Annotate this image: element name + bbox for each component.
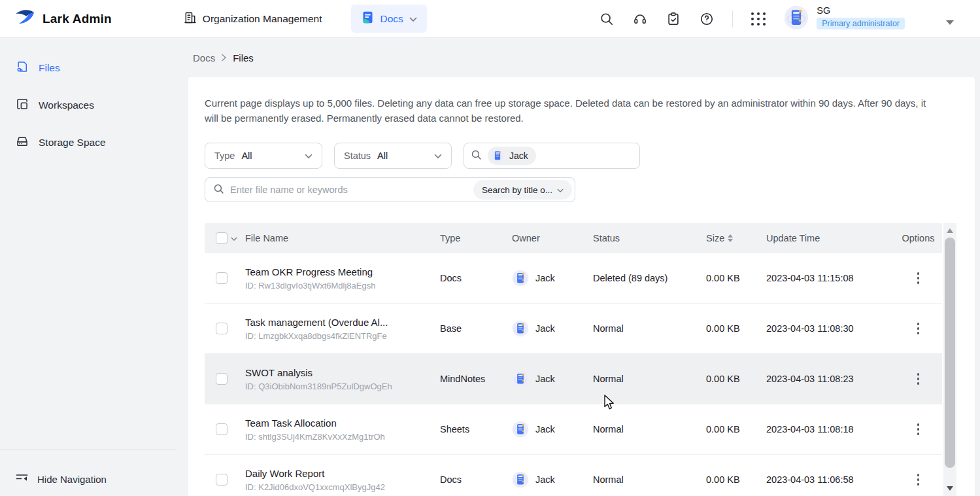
file-update-time: 2023-04-03 11:15:08 <box>766 273 898 283</box>
owner-cell: Jack <box>512 421 593 438</box>
avatar <box>512 471 529 488</box>
scrollbar-thumb[interactable] <box>945 238 955 468</box>
help-icon[interactable] <box>699 11 715 27</box>
avatar <box>490 149 505 163</box>
file-type: Base <box>440 323 512 334</box>
file-id: ID: Q3iObibNom3189nP5ZulDgwOgEh <box>245 381 431 391</box>
file-name[interactable]: Task management (Overdue Al... <box>245 317 431 328</box>
table-row: SWOT analysis ID: Q3iObibNom3189nP5ZulDg… <box>205 354 942 404</box>
nav-org-label: Organization Management <box>203 13 322 25</box>
avatar <box>512 370 529 387</box>
collapse-sidebar-icon <box>16 473 28 486</box>
owner-cell: Jack <box>512 471 593 488</box>
file-update-time: 2023-04-03 11:08:18 <box>766 424 898 434</box>
user-name: SG <box>817 5 905 16</box>
user-menu[interactable]: SG Primary administrator <box>784 5 905 33</box>
owner-cell: Jack <box>512 270 593 287</box>
col-size-sort[interactable]: Size <box>706 233 766 243</box>
status-filter-select[interactable]: Status All <box>334 143 452 169</box>
chevron-right-icon <box>221 52 227 63</box>
search-icon <box>213 183 224 197</box>
building-icon <box>184 11 197 27</box>
storage-notice-text: Current page displays up to 5,000 files.… <box>188 77 955 126</box>
workspaces-icon <box>16 97 29 113</box>
row-options-button[interactable] <box>913 319 924 338</box>
table-row: Team Task Allocation ID: shtlg3SUj4KmZ8K… <box>205 404 942 455</box>
row-checkbox[interactable] <box>216 272 228 284</box>
owner-name: Jack <box>535 424 555 434</box>
col-options: Options <box>898 233 942 243</box>
type-filter-label: Type <box>214 151 235 161</box>
file-status: Normal <box>593 424 706 434</box>
main-content-card: Current page displays up to 5,000 files.… <box>188 77 975 496</box>
row-checkbox[interactable] <box>216 474 228 486</box>
owner-cell: Jack <box>512 320 593 337</box>
file-update-time: 2023-04-03 11:08:30 <box>766 323 898 334</box>
sidebar-item-storage-space[interactable]: Storage Space <box>16 130 185 156</box>
table-scrollbar[interactable] <box>943 223 956 496</box>
file-name[interactable]: Daily Work Report <box>245 468 431 479</box>
chevron-down-icon <box>557 185 564 195</box>
breadcrumb-docs[interactable]: Docs <box>193 52 215 63</box>
file-status: Normal <box>593 474 706 485</box>
row-checkbox[interactable] <box>216 423 228 435</box>
file-size: 0.00 KB <box>706 374 766 384</box>
owner-filter-tag[interactable]: Jack <box>488 147 536 165</box>
file-search-bar: Search by title o... <box>205 177 575 202</box>
sidebar-item-label: Files <box>39 62 60 74</box>
scroll-up-arrow-icon[interactable] <box>947 228 953 233</box>
file-search-input[interactable] <box>230 185 467 195</box>
status-filter-label: Status <box>344 151 371 161</box>
apps-grid-icon[interactable] <box>751 11 766 27</box>
feedback-clipboard-icon[interactable] <box>666 11 681 27</box>
storage-drive-icon <box>16 135 29 151</box>
sidebar-item-workspaces[interactable]: Workspaces <box>16 92 185 118</box>
user-menu-caret-icon[interactable] <box>946 20 954 25</box>
nav-docs-switcher[interactable]: Docs <box>351 5 427 33</box>
table-header-row: File Name Type Owner Status Size Update … <box>205 223 942 253</box>
hide-navigation-button[interactable]: Hide Navigation <box>16 473 107 486</box>
file-id: ID: K2Jid06dxoVQ1xxcmqXlBygJg42 <box>245 482 431 492</box>
table-row: Task management (Overdue Al... ID: Lmzgb… <box>205 304 942 354</box>
file-id: ID: Rw13dlgvIo3tjWxt6Mdlj8aEgsh <box>245 281 431 291</box>
file-id: ID: LmzgbkXxqa8dbgs4fkZlENTRgFe <box>245 331 431 341</box>
sidebar-item-label: Storage Space <box>39 137 106 149</box>
avatar <box>512 320 529 337</box>
table-row: Team OKR Progress Meeting ID: Rw13dlgvIo… <box>205 253 942 304</box>
file-id: ID: shtlg3SUj4KmZ8KvXxXzMg1trOh <box>245 432 431 442</box>
support-headset-icon[interactable] <box>632 11 648 27</box>
file-status: Deleted (89 days) <box>593 273 706 283</box>
file-size: 0.00 KB <box>706 474 766 485</box>
select-all-checkbox[interactable] <box>216 232 228 244</box>
chevron-down-icon <box>409 13 417 25</box>
file-name[interactable]: SWOT analysis <box>245 367 431 378</box>
file-type: MindNotes <box>440 374 512 384</box>
search-scope-select[interactable]: Search by title o... <box>473 180 572 200</box>
row-checkbox[interactable] <box>216 373 228 385</box>
type-filter-select[interactable]: Type All <box>205 143 322 169</box>
docs-label: Docs <box>380 13 403 25</box>
file-type: Docs <box>440 273 512 283</box>
scroll-down-arrow-icon[interactable] <box>947 486 953 491</box>
row-checkbox[interactable] <box>216 323 228 334</box>
table-body: Team OKR Progress Meeting ID: Rw13dlgvIo… <box>205 253 942 496</box>
row-options-button[interactable] <box>913 268 924 288</box>
owner-search-field[interactable]: Jack <box>464 143 640 169</box>
row-options-button[interactable] <box>913 470 924 489</box>
nav-organization-management[interactable]: Organization Management <box>184 11 322 27</box>
file-name[interactable]: Team OKR Progress Meeting <box>245 266 431 277</box>
col-size-label: Size <box>706 233 724 243</box>
select-menu-chevron-icon[interactable] <box>231 233 237 243</box>
col-type: Type <box>440 233 512 243</box>
search-icon[interactable] <box>599 11 615 27</box>
lark-logo-icon <box>14 8 36 29</box>
table-row: Daily Work Report ID: K2Jid06dxoVQ1xxcmq… <box>205 455 942 496</box>
owner-name: Jack <box>535 323 555 334</box>
sidebar-item-files[interactable]: Files <box>16 55 185 81</box>
file-name[interactable]: Team Task Allocation <box>245 417 431 429</box>
row-options-button[interactable] <box>913 419 924 439</box>
col-owner: Owner <box>512 233 593 243</box>
status-filter-value: All <box>377 151 388 161</box>
row-options-button[interactable] <box>913 369 924 389</box>
chevron-down-icon <box>305 151 313 161</box>
